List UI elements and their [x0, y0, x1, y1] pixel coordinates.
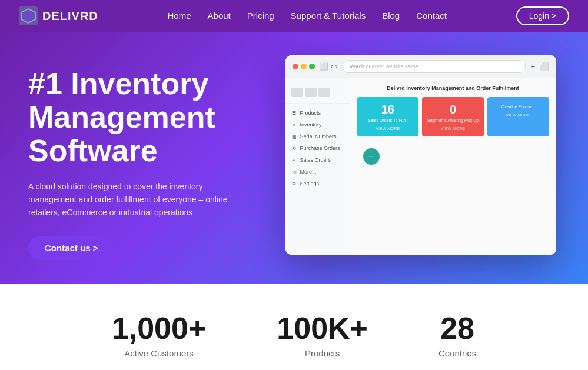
- browser-dots: [293, 64, 315, 69]
- sidebar-logo-box-3: [318, 88, 330, 97]
- dot-minimize: [301, 64, 307, 69]
- hero-right: ⬜ ‹ › Search or enter website name + ⬜: [281, 61, 560, 255]
- nav-item-home[interactable]: Home: [168, 11, 191, 21]
- browser-mockup: ⬜ ‹ › Search or enter website name + ⬜: [285, 55, 556, 255]
- hero-section: #1 Inventory Management Software A cloud…: [0, 32, 588, 284]
- app-sidebar: ☰ Products ○ Inventory ▦ Serial Numbers …: [285, 78, 350, 255]
- sidebar-item-settings[interactable]: ⚙ Settings: [285, 178, 350, 189]
- hero-subtitle: A cloud solution designed to cover the i…: [28, 180, 252, 219]
- nav-item-contact[interactable]: Contact: [416, 11, 447, 21]
- nav-item-support[interactable]: Support & Tutorials: [291, 11, 366, 21]
- stat-products: 100K+ Products: [277, 313, 368, 358]
- app-dashboard-title: Delivrd Inventory Management and Order F…: [357, 85, 549, 91]
- more-icon: ◁: [291, 169, 297, 175]
- fab-add-button[interactable]: −: [363, 148, 380, 165]
- sidebar-item-inventory[interactable]: ○ Inventory: [285, 119, 350, 131]
- browser-bar: ⬜ ‹ › Search or enter website name + ⬜: [285, 55, 556, 78]
- serial-icon: ▦: [291, 134, 297, 139]
- navbar: DELIVRD Home About Pricing Support & Tut…: [0, 0, 588, 32]
- share-icon: ⬜: [539, 62, 549, 71]
- browser-content: ☰ Products ○ Inventory ▦ Serial Numbers …: [285, 78, 556, 255]
- dot-maximize: [309, 64, 315, 69]
- browser-actions: + ⬜: [530, 62, 549, 71]
- add-tab-icon: +: [530, 62, 535, 71]
- sidebar-item-products[interactable]: ☰ Products: [285, 107, 350, 119]
- sidebar-item-sales-orders[interactable]: ≡ Sales Orders: [285, 154, 350, 166]
- app-main: Delivrd Inventory Management and Order F…: [350, 78, 556, 255]
- forward-icon: ›: [335, 62, 338, 71]
- purchase-icon: ⟲: [291, 145, 297, 151]
- logo[interactable]: DELIVRD: [19, 6, 98, 25]
- stat-countries: 28 Countries: [438, 313, 476, 358]
- card-sales-orders: 16 Sales Orders To Fulfil VIEW MORE: [357, 97, 419, 136]
- nav-item-pricing[interactable]: Pricing: [247, 11, 274, 21]
- nav-links: Home About Pricing Support & Tutorials B…: [168, 11, 447, 21]
- sales-icon: ≡: [291, 157, 297, 163]
- sidebar-logo-area: [285, 84, 350, 104]
- login-button[interactable]: Login >: [516, 6, 569, 25]
- sidebar-item-serial-numbers[interactable]: ▦ Serial Numbers: [285, 131, 350, 142]
- sidebar-item-more[interactable]: ◁ More...: [285, 166, 350, 178]
- square-icon: ⬜: [320, 62, 328, 71]
- card-shipments: 0 Shipments Awaiting Pick-Up VIEW MORE: [422, 97, 484, 136]
- nav-item-about[interactable]: About: [208, 11, 231, 21]
- contact-us-button[interactable]: Contact us >: [28, 236, 114, 260]
- browser-nav-icons: ⬜ ‹ ›: [320, 62, 338, 71]
- sidebar-logo-box-1: [291, 88, 303, 97]
- hero-title: #1 Inventory Management Software: [28, 67, 281, 168]
- products-icon: ☰: [291, 110, 297, 116]
- url-bar[interactable]: Search or enter website name: [343, 60, 526, 73]
- card-overdue: Overdue Purcha... VIEW MORE: [487, 97, 549, 136]
- sidebar-logo-box-2: [305, 88, 317, 97]
- app-cards: 16 Sales Orders To Fulfil VIEW MORE 0 Sh…: [357, 97, 549, 136]
- settings-icon: ⚙: [291, 181, 297, 186]
- hero-left: #1 Inventory Management Software A cloud…: [28, 61, 281, 260]
- back-icon: ‹: [331, 62, 333, 71]
- dot-close: [293, 64, 298, 69]
- inventory-icon: ○: [291, 122, 297, 128]
- sidebar-item-purchase-orders[interactable]: ⟲ Purchase Orders: [285, 142, 350, 154]
- stats-section: 1,000+ Active Customers 100K+ Products 2…: [0, 284, 588, 370]
- logo-icon: [19, 6, 38, 25]
- stat-customers: 1,000+ Active Customers: [112, 313, 207, 358]
- nav-item-blog[interactable]: Blog: [382, 11, 400, 21]
